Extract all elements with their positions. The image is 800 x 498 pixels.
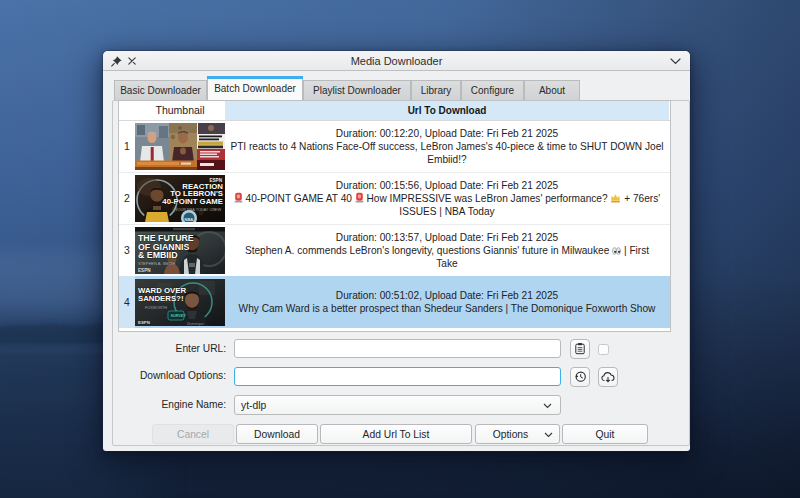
svg-text:ESPN: ESPN — [138, 319, 150, 324]
svg-text:40-POINT GAME: 40-POINT GAME — [162, 196, 223, 205]
svg-text:ESPN: ESPN — [138, 268, 151, 273]
svg-text:NBA: NBA — [185, 216, 194, 221]
svg-text:FOXWORTH: FOXWORTH — [145, 306, 167, 310]
svg-text:& EMBIID: & EMBIID — [138, 250, 178, 260]
svg-text:YOUR NBA TODAY CREW: YOUR NBA TODAY CREW — [175, 207, 221, 211]
svg-text:STEPHEN A. SMITH: STEPHEN A. SMITH — [138, 261, 175, 266]
svg-text:SANDERS?!: SANDERS?! — [138, 293, 183, 302]
svg-text:SURVEY: SURVEY — [170, 314, 186, 318]
svg-text:ESPN: ESPN — [209, 178, 222, 183]
svg-text:Dominique: Dominique — [187, 321, 204, 325]
